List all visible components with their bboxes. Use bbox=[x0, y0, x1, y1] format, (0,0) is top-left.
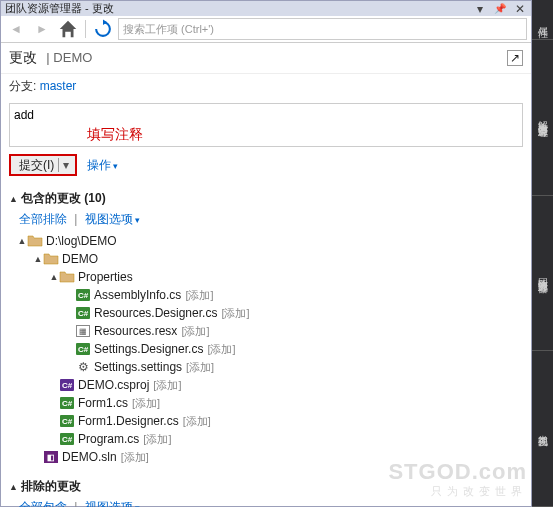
cs-icon: C# bbox=[59, 413, 75, 429]
changes-tree: ▲ D:\log\DEMO ▲DEMO▲PropertiesC#Assembly… bbox=[1, 232, 531, 474]
tree-item[interactable]: C#Settings.Designer.cs[添加] bbox=[5, 340, 523, 358]
file-name: DEMO.sln bbox=[62, 450, 117, 464]
commit-message-input[interactable] bbox=[9, 103, 523, 147]
file-tag: [添加] bbox=[221, 306, 249, 321]
cs-icon: C# bbox=[59, 395, 75, 411]
tree-item[interactable]: C#DEMO.csproj[添加] bbox=[5, 376, 523, 394]
file-name: Settings.settings bbox=[94, 360, 182, 374]
expand-icon[interactable]: ▲ bbox=[33, 254, 43, 264]
collapse-icon: ▲ bbox=[9, 482, 19, 492]
file-tag: [添加] bbox=[181, 324, 209, 339]
expand-icon[interactable]: ▲ bbox=[49, 272, 59, 282]
tree-item[interactable]: ▲Properties bbox=[5, 268, 523, 286]
branch-link[interactable]: master bbox=[40, 79, 77, 93]
pin-icon[interactable]: 📌 bbox=[493, 2, 507, 16]
tree-item[interactable]: ▦Resources.resx[添加] bbox=[5, 322, 523, 340]
file-tag: [添加] bbox=[132, 396, 160, 411]
include-all-link[interactable]: 全部包含 bbox=[19, 500, 67, 507]
window-titlebar: 团队资源管理器 - 更改 ▾ 📌 ✕ bbox=[1, 1, 531, 16]
cs-icon: C# bbox=[59, 431, 75, 447]
file-name: Resources.Designer.cs bbox=[94, 306, 217, 320]
folder-icon bbox=[27, 233, 43, 249]
tree-item[interactable]: C#Program.cs[添加] bbox=[5, 430, 523, 448]
project-name: | DEMO bbox=[46, 50, 92, 65]
view-options-link[interactable]: 视图选项▾ bbox=[85, 212, 140, 226]
tree-item[interactable]: C#Resources.Designer.cs[添加] bbox=[5, 304, 523, 322]
included-changes-header[interactable]: ▲ 包含的更改 (10) bbox=[1, 186, 531, 211]
cs-icon: C# bbox=[75, 341, 91, 357]
folder-icon bbox=[59, 269, 75, 285]
window-title: 团队资源管理器 - 更改 bbox=[5, 1, 114, 16]
collapse-icon: ▲ bbox=[9, 194, 19, 204]
tree-item[interactable]: ▲DEMO bbox=[5, 250, 523, 268]
file-tag: [添加] bbox=[207, 342, 235, 357]
file-name: Properties bbox=[78, 270, 133, 284]
csproj-icon: C# bbox=[59, 377, 75, 393]
file-name: Form1.Designer.cs bbox=[78, 414, 179, 428]
branch-row: 分支: master bbox=[1, 74, 531, 99]
rail-tab[interactable]: 解决方案资源管理 bbox=[532, 40, 553, 196]
view-options-link[interactable]: 视图选项▾ bbox=[85, 500, 140, 507]
file-name: DEMO bbox=[62, 252, 98, 266]
rail-tab[interactable]: 属性 bbox=[532, 0, 553, 40]
tree-item[interactable]: C#AssemblyInfo.cs[添加] bbox=[5, 286, 523, 304]
dropdown-icon[interactable]: ▾ bbox=[473, 2, 487, 16]
excluded-changes-header[interactable]: ▲ 排除的更改 bbox=[1, 474, 531, 499]
page-header: 更改 | DEMO ↗ bbox=[1, 43, 531, 74]
tree-item[interactable]: C#Form1.Designer.cs[添加] bbox=[5, 412, 523, 430]
cs-icon: C# bbox=[75, 287, 91, 303]
folder-icon bbox=[43, 251, 59, 267]
search-input[interactable]: 搜索工作项 (Ctrl+') bbox=[118, 18, 527, 40]
cs-icon: C# bbox=[75, 305, 91, 321]
resx-icon: ▦ bbox=[75, 323, 91, 339]
close-icon[interactable]: ✕ bbox=[513, 2, 527, 16]
side-rail: 属性 解决方案资源管理 团队资源管理器 类视图 bbox=[532, 0, 553, 507]
file-name: DEMO.csproj bbox=[78, 378, 149, 392]
tree-item[interactable]: ◧DEMO.sln[添加] bbox=[5, 448, 523, 466]
rail-tab[interactable]: 类视图 bbox=[532, 351, 553, 507]
file-tag: [添加] bbox=[185, 288, 213, 303]
tree-root[interactable]: ▲ D:\log\DEMO bbox=[5, 232, 523, 250]
expand-icon[interactable]: ▲ bbox=[17, 236, 27, 246]
tree-item[interactable]: ⚙Settings.settings[添加] bbox=[5, 358, 523, 376]
file-tag: [添加] bbox=[183, 414, 211, 429]
commit-dropdown-icon[interactable]: ▾ bbox=[58, 158, 69, 172]
forward-button[interactable]: ► bbox=[31, 18, 53, 40]
cog-icon: ⚙ bbox=[75, 359, 91, 375]
file-name: Form1.cs bbox=[78, 396, 128, 410]
exclude-all-link[interactable]: 全部排除 bbox=[19, 212, 67, 226]
file-name: Settings.Designer.cs bbox=[94, 342, 203, 356]
toolbar: ◄ ► 搜索工作项 (Ctrl+') bbox=[1, 16, 531, 43]
file-name: Program.cs bbox=[78, 432, 139, 446]
commit-button[interactable]: 提交(I) ▾ bbox=[9, 154, 77, 176]
file-tag: [添加] bbox=[186, 360, 214, 375]
actions-link[interactable]: 操作▾ bbox=[87, 157, 118, 174]
file-tag: [添加] bbox=[121, 450, 149, 465]
file-name: AssemblyInfo.cs bbox=[94, 288, 181, 302]
rail-tab[interactable]: 团队资源管理器 bbox=[532, 196, 553, 352]
file-tag: [添加] bbox=[143, 432, 171, 447]
file-tag: [添加] bbox=[153, 378, 181, 393]
file-name: Resources.resx bbox=[94, 324, 177, 338]
sln-icon: ◧ bbox=[43, 449, 59, 465]
home-button[interactable] bbox=[57, 18, 79, 40]
refresh-button[interactable] bbox=[92, 18, 114, 40]
back-button[interactable]: ◄ bbox=[5, 18, 27, 40]
expand-icon[interactable]: ↗ bbox=[507, 50, 523, 66]
page-title: 更改 bbox=[9, 49, 37, 65]
tree-item[interactable]: C#Form1.cs[添加] bbox=[5, 394, 523, 412]
